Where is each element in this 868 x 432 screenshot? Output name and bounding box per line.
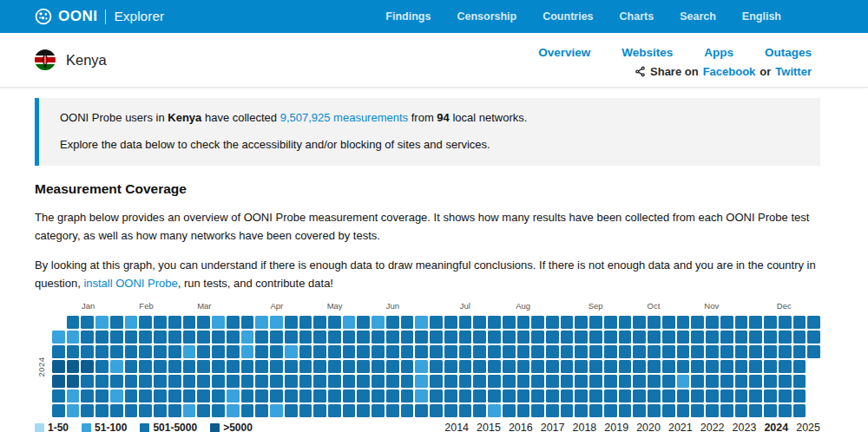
year-option-2020[interactable]: 2020 xyxy=(636,422,661,432)
heatmap-cell[interactable] xyxy=(589,331,602,344)
heatmap-cell[interactable] xyxy=(67,404,80,417)
heatmap-cell[interactable] xyxy=(691,389,704,403)
heatmap-cell[interactable] xyxy=(386,404,399,417)
tab-outages[interactable]: Outages xyxy=(765,46,812,59)
heatmap-cell[interactable] xyxy=(807,345,820,358)
year-option-2019[interactable]: 2019 xyxy=(604,422,628,432)
heatmap-cell[interactable] xyxy=(67,345,80,358)
year-option-2016[interactable]: 2016 xyxy=(509,422,533,432)
heatmap-cell[interactable] xyxy=(720,316,733,329)
heatmap-cell[interactable] xyxy=(241,345,254,358)
heatmap-cell[interactable] xyxy=(125,345,138,358)
heatmap-cell[interactable] xyxy=(444,360,457,373)
heatmap-cell[interactable] xyxy=(720,331,733,344)
heatmap-cell[interactable] xyxy=(561,375,574,388)
heatmap-cell[interactable] xyxy=(546,345,559,358)
heatmap-cell[interactable] xyxy=(793,389,806,403)
heatmap-cell[interactable] xyxy=(619,389,632,403)
heatmap-cell[interactable] xyxy=(154,316,167,329)
heatmap-cell[interactable] xyxy=(503,316,516,329)
heatmap-cell[interactable] xyxy=(561,360,574,373)
heatmap-cell[interactable] xyxy=(212,360,225,373)
heatmap-cell[interactable] xyxy=(459,316,472,329)
heatmap-cell[interactable] xyxy=(313,345,326,358)
heatmap-cell[interactable] xyxy=(415,389,428,403)
heatmap-cell[interactable] xyxy=(720,375,733,388)
heatmap-cell[interactable] xyxy=(779,345,792,358)
heatmap-cell[interactable] xyxy=(764,360,777,373)
heatmap-cell[interactable] xyxy=(372,345,385,358)
heatmap-cell[interactable] xyxy=(575,404,588,417)
heatmap-cell[interactable] xyxy=(546,404,559,417)
heatmap-cell[interactable] xyxy=(227,375,240,388)
heatmap-cell[interactable] xyxy=(764,389,777,403)
heatmap-cell[interactable] xyxy=(749,375,762,388)
heatmap-cell[interactable] xyxy=(793,345,806,358)
heatmap-cell[interactable] xyxy=(648,404,661,417)
heatmap-cell[interactable] xyxy=(357,389,370,403)
heatmap-cell[interactable] xyxy=(444,375,457,388)
heatmap-cell[interactable] xyxy=(473,316,486,329)
topnav-link-english[interactable]: English xyxy=(742,10,781,23)
heatmap-cell[interactable] xyxy=(662,345,675,358)
heatmap-cell[interactable] xyxy=(328,360,341,373)
heatmap-cell[interactable] xyxy=(415,404,428,417)
heatmap-cell[interactable] xyxy=(212,389,225,403)
heatmap-cell[interactable] xyxy=(575,345,588,358)
heatmap-cell[interactable] xyxy=(241,360,254,373)
heatmap-cell[interactable] xyxy=(197,389,210,403)
heatmap-cell[interactable] xyxy=(633,345,646,358)
heatmap-cell[interactable] xyxy=(619,375,632,388)
heatmap-cell[interactable] xyxy=(212,316,225,329)
heatmap-cell[interactable] xyxy=(81,360,94,373)
heatmap-cell[interactable] xyxy=(764,404,777,417)
heatmap-cell[interactable] xyxy=(444,345,457,358)
heatmap-cell[interactable] xyxy=(386,360,399,373)
heatmap-cell[interactable] xyxy=(270,331,283,344)
heatmap-cell[interactable] xyxy=(328,316,341,329)
heatmap-cell[interactable] xyxy=(779,316,792,329)
heatmap-cell[interactable] xyxy=(648,389,661,403)
heatmap-cell[interactable] xyxy=(154,331,167,344)
heatmap-cell[interactable] xyxy=(401,389,414,403)
heatmap-cell[interactable] xyxy=(764,331,777,344)
heatmap-cell[interactable] xyxy=(735,375,748,388)
year-option-2014[interactable]: 2014 xyxy=(444,422,469,432)
heatmap-cell[interactable] xyxy=(255,389,268,403)
heatmap-cell[interactable] xyxy=(357,345,370,358)
heatmap-cell[interactable] xyxy=(517,331,530,344)
heatmap-cell[interactable] xyxy=(517,375,530,388)
heatmap-cell[interactable] xyxy=(168,360,181,373)
heatmap-cell[interactable] xyxy=(81,389,94,403)
heatmap-cell[interactable] xyxy=(691,375,704,388)
heatmap-cell[interactable] xyxy=(386,389,399,403)
heatmap-cell[interactable] xyxy=(212,375,225,388)
heatmap-cell[interactable] xyxy=(546,360,559,373)
heatmap-cell[interactable] xyxy=(459,375,472,388)
heatmap-cell[interactable] xyxy=(67,375,80,388)
heatmap-cell[interactable] xyxy=(677,389,690,403)
heatmap-cell[interactable] xyxy=(197,404,210,417)
heatmap-cell[interactable] xyxy=(328,389,341,403)
heatmap-cell[interactable] xyxy=(779,375,792,388)
heatmap-cell[interactable] xyxy=(197,375,210,388)
year-option-2017[interactable]: 2017 xyxy=(541,422,565,432)
heatmap-cell[interactable] xyxy=(328,331,341,344)
topnav-link-findings[interactable]: Findings xyxy=(385,10,431,23)
heatmap-cell[interactable] xyxy=(531,331,544,344)
heatmap-cell[interactable] xyxy=(648,360,661,373)
heatmap-cell[interactable] xyxy=(125,389,138,403)
heatmap-cell[interactable] xyxy=(401,360,414,373)
heatmap-cell[interactable] xyxy=(807,316,820,329)
heatmap-cell[interactable] xyxy=(793,331,806,344)
heatmap-cell[interactable] xyxy=(677,316,690,329)
heatmap-cell[interactable] xyxy=(444,404,457,417)
heatmap-cell[interactable] xyxy=(779,360,792,373)
heatmap-cell[interactable] xyxy=(503,375,516,388)
year-option-2018[interactable]: 2018 xyxy=(573,422,597,432)
heatmap-cell[interactable] xyxy=(531,375,544,388)
heatmap-cell[interactable] xyxy=(619,316,632,329)
heatmap-cell[interactable] xyxy=(212,345,225,358)
heatmap-cell[interactable] xyxy=(779,331,792,344)
heatmap-cell[interactable] xyxy=(459,360,472,373)
